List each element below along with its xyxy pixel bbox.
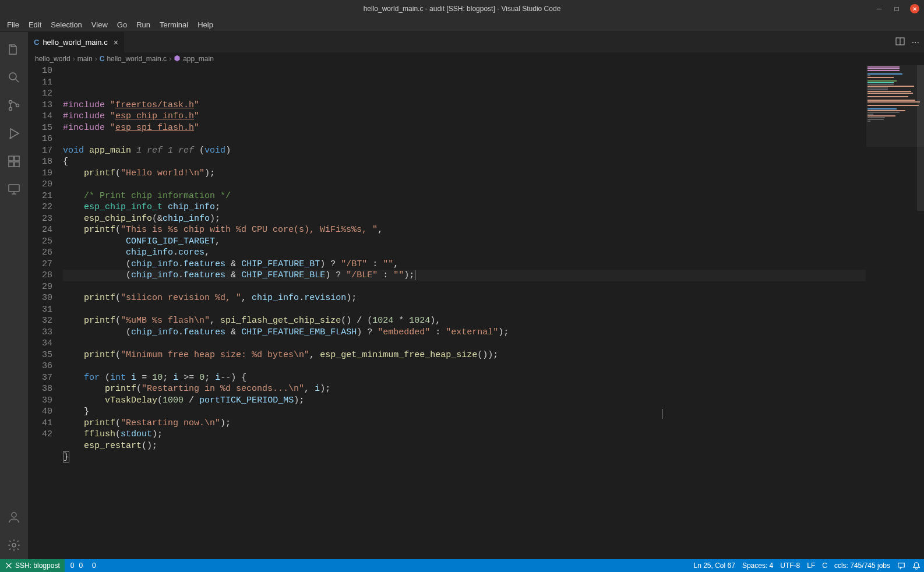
extensions-icon[interactable] bbox=[0, 147, 28, 175]
chevron-right-icon: › bbox=[95, 55, 97, 63]
menu-edit[interactable]: Edit bbox=[24, 19, 46, 30]
line-number: 41 bbox=[28, 418, 52, 429]
status-ports[interactable]: 0 bbox=[86, 559, 100, 572]
status-indentation[interactable]: Spaces: 4 bbox=[739, 559, 777, 572]
line-number: 19 bbox=[28, 168, 52, 179]
code-line[interactable]: printf("silicon revision %d, ", chip_inf… bbox=[63, 292, 866, 304]
code-line[interactable]: #include "esp_chip_info.h" bbox=[63, 111, 866, 122]
code-line[interactable] bbox=[63, 361, 866, 372]
menu-go[interactable]: Go bbox=[112, 19, 132, 30]
split-editor-icon[interactable] bbox=[895, 37, 905, 48]
code-line[interactable]: vTaskDelay(1000 / portTICK_PERIOD_MS); bbox=[63, 395, 866, 407]
code-line[interactable]: chip_info.cores, bbox=[63, 247, 866, 259]
line-number: 31 bbox=[28, 304, 52, 316]
code-line[interactable]: } bbox=[63, 406, 866, 418]
code-line[interactable] bbox=[63, 338, 866, 349]
code-line[interactable]: printf("Minimum free heap size: %d bytes… bbox=[63, 349, 866, 361]
status-remote-label: SSH: blogpost bbox=[15, 562, 60, 570]
tab-close-icon[interactable]: × bbox=[114, 38, 118, 47]
minimap-viewport[interactable] bbox=[866, 65, 924, 147]
line-number-gutter: 1011121314151617181920212223242526272829… bbox=[28, 65, 63, 559]
line-number: 20 bbox=[28, 179, 52, 190]
status-language[interactable]: C bbox=[819, 559, 831, 572]
code-line[interactable]: printf("This is %s chip with %d CPU core… bbox=[63, 224, 866, 236]
breadcrumb-folder[interactable]: hello_world bbox=[35, 55, 70, 63]
menu-file[interactable]: File bbox=[2, 19, 24, 30]
code-line[interactable]: CONFIG_IDF_TARGET, bbox=[63, 236, 866, 248]
code-line[interactable]: printf("Restarting in %d seconds...\n", … bbox=[63, 383, 866, 395]
remote-explorer-icon[interactable] bbox=[0, 175, 28, 203]
svg-rect-5 bbox=[9, 156, 13, 161]
breadcrumbs[interactable]: hello_world › main › C hello_world_main.… bbox=[28, 52, 924, 65]
menu-selection[interactable]: Selection bbox=[46, 19, 86, 30]
line-number: 11 bbox=[28, 77, 52, 89]
minimize-button[interactable]: ─ bbox=[870, 0, 888, 17]
code-line[interactable]: for (int i = 10; i >= 0; i--) { bbox=[63, 372, 866, 384]
line-number: 17 bbox=[28, 145, 52, 157]
code-line[interactable] bbox=[63, 133, 866, 145]
search-icon[interactable] bbox=[0, 63, 28, 91]
close-button[interactable]: ✕ bbox=[910, 4, 919, 13]
status-remote[interactable]: SSH: blogpost bbox=[0, 559, 65, 572]
menu-terminal[interactable]: Terminal bbox=[155, 19, 193, 30]
editor-body[interactable]: 1011121314151617181920212223242526272829… bbox=[28, 65, 924, 559]
line-number: 27 bbox=[28, 259, 52, 270]
line-number: 30 bbox=[28, 292, 52, 304]
code-line[interactable]: } bbox=[63, 451, 866, 463]
code-line[interactable] bbox=[63, 463, 866, 475]
status-eol[interactable]: LF bbox=[803, 559, 819, 572]
code-line[interactable]: (chip_info.features & CHIP_FEATURE_EMB_F… bbox=[63, 327, 866, 338]
breadcrumb-symbol[interactable]: app_main bbox=[183, 55, 214, 63]
code-line[interactable]: esp_restart(); bbox=[63, 440, 866, 452]
status-problems[interactable]: 0 0 bbox=[65, 559, 86, 572]
code-line[interactable]: /* Print chip information */ bbox=[63, 190, 866, 202]
code-line[interactable]: (chip_info.features & CHIP_FEATURE_BT) ?… bbox=[63, 259, 866, 270]
tab-hello-world-main-c[interactable]: C hello_world_main.c × bbox=[28, 32, 125, 52]
status-feedback-icon[interactable] bbox=[894, 559, 909, 572]
menu-run[interactable]: Run bbox=[132, 19, 155, 30]
code-line[interactable] bbox=[63, 179, 866, 190]
more-actions-icon[interactable]: ··· bbox=[912, 37, 919, 48]
code-line[interactable]: (chip_info.features & CHIP_FEATURE_BLE) … bbox=[63, 270, 866, 281]
maximize-button[interactable]: □ bbox=[888, 0, 905, 17]
breadcrumb-file[interactable]: hello_world_main.c bbox=[107, 55, 167, 63]
menubar: File Edit Selection View Go Run Terminal… bbox=[0, 17, 924, 32]
status-ccls[interactable]: ccls: 745/745 jobs bbox=[831, 559, 894, 572]
svg-point-11 bbox=[12, 543, 16, 547]
menu-help[interactable]: Help bbox=[193, 19, 218, 30]
titlebar: hello_world_main.c - audit [SSH: blogpos… bbox=[0, 0, 924, 17]
line-number: 39 bbox=[28, 395, 52, 407]
menu-view[interactable]: View bbox=[87, 19, 112, 30]
code-line[interactable]: esp_chip_info(&chip_info); bbox=[63, 213, 866, 225]
breadcrumb-folder[interactable]: main bbox=[77, 55, 93, 63]
status-errors-count: 0 bbox=[70, 562, 75, 570]
code-content[interactable]: #include "freertos/task.h"#include "esp_… bbox=[63, 65, 866, 559]
code-line[interactable]: esp_chip_info_t chip_info; bbox=[63, 202, 866, 213]
code-line[interactable] bbox=[63, 304, 866, 316]
c-file-icon: C bbox=[100, 55, 105, 63]
line-number: 26 bbox=[28, 247, 52, 259]
code-line[interactable]: printf("Restarting now.\n"); bbox=[63, 418, 866, 429]
code-line[interactable]: fflush(stdout); bbox=[63, 429, 866, 440]
chevron-right-icon: › bbox=[73, 55, 75, 63]
code-line[interactable]: { bbox=[63, 156, 866, 168]
status-cursor-position[interactable]: Ln 25, Col 67 bbox=[690, 559, 738, 572]
run-debug-icon[interactable] bbox=[0, 119, 28, 147]
tab-label: hello_world_main.c bbox=[43, 38, 107, 47]
code-line[interactable]: printf("%uMB %s flash\n", spi_flash_get_… bbox=[63, 315, 866, 327]
code-line[interactable]: #include "freertos/task.h" bbox=[63, 100, 866, 111]
minimap[interactable] bbox=[866, 65, 924, 559]
code-line[interactable]: printf("Hello world!\n"); bbox=[63, 168, 866, 179]
scrollbar-thumb[interactable] bbox=[917, 65, 924, 211]
status-encoding[interactable]: UTF-8 bbox=[777, 559, 803, 572]
source-control-icon[interactable] bbox=[0, 91, 28, 119]
explorer-icon[interactable] bbox=[0, 36, 28, 63]
status-bell-icon[interactable] bbox=[909, 559, 924, 572]
settings-gear-icon[interactable] bbox=[0, 531, 28, 559]
accounts-icon[interactable] bbox=[0, 503, 28, 531]
code-line[interactable]: void app_main 1 ref 1 ref (void) bbox=[63, 145, 866, 157]
window-title: hello_world_main.c - audit [SSH: blogpos… bbox=[364, 5, 561, 13]
statusbar: SSH: blogpost 0 0 0 Ln 25, Col 67 Spaces… bbox=[0, 559, 924, 572]
code-line[interactable]: #include "esp_spi_flash.h" bbox=[63, 122, 866, 134]
code-line[interactable] bbox=[63, 281, 866, 293]
